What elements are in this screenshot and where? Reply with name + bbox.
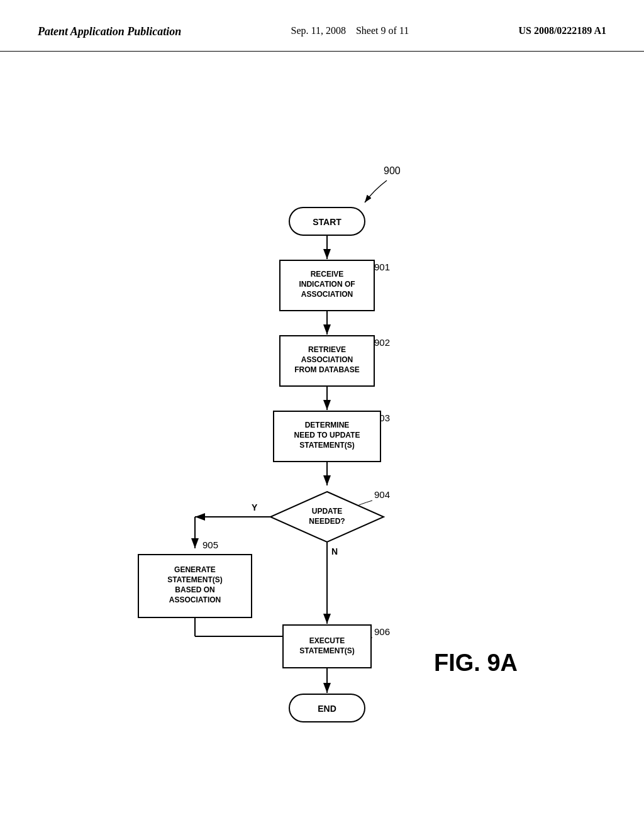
flowchart-svg: 900 START 901 RECEIVE INDICATION OF ASSO… bbox=[0, 52, 644, 825]
node-901-label-2: INDICATION OF bbox=[299, 280, 355, 289]
node-902-label-1: RETRIEVE bbox=[308, 345, 346, 354]
node-904-label-2: NEEDED? bbox=[309, 517, 345, 526]
start-label: START bbox=[313, 217, 341, 227]
node-905-label-4: ASSOCIATION bbox=[169, 595, 221, 604]
patent-number: US 2008/0222189 A1 bbox=[518, 25, 606, 36]
diagram-area: 900 START 901 RECEIVE INDICATION OF ASSO… bbox=[0, 52, 644, 825]
node-906-label-1: EXECUTE bbox=[309, 636, 345, 645]
sheet-info: Sheet 9 of 11 bbox=[356, 25, 409, 36]
date-sheet: Sep. 11, 2008 Sheet 9 of 11 bbox=[291, 25, 409, 36]
page-header: Patent Application Publication Sep. 11, … bbox=[0, 0, 644, 52]
node-901-label-1: RECEIVE bbox=[311, 270, 344, 279]
node-905-label-2: STATEMENT(S) bbox=[167, 575, 223, 584]
publication-date: Sep. 11, 2008 bbox=[291, 25, 346, 36]
node-903-label-3: STATEMENT(S) bbox=[299, 441, 355, 450]
ref-900: 900 bbox=[384, 165, 401, 176]
publication-title: Patent Application Publication bbox=[38, 25, 181, 38]
end-label: END bbox=[318, 704, 336, 714]
node-902-label-3: FROM DATABASE bbox=[294, 365, 360, 374]
ref-905: 905 bbox=[203, 540, 218, 550]
node-904-label-1: UPDATE bbox=[312, 507, 342, 516]
node-902-label-2: ASSOCIATION bbox=[301, 355, 353, 364]
no-label: N bbox=[331, 546, 338, 556]
figure-label: FIG. 9A bbox=[434, 650, 518, 676]
ref-904: 904 bbox=[374, 489, 390, 500]
node-903-label-1: DETERMINE bbox=[305, 421, 350, 429]
ref-906: 906 bbox=[374, 626, 390, 637]
ref-arrow bbox=[365, 180, 387, 202]
ref-902: 902 bbox=[374, 337, 390, 348]
node-905-label-1: GENERATE bbox=[174, 565, 216, 574]
node-901-label-3: ASSOCIATION bbox=[301, 290, 353, 299]
yes-label: Y bbox=[252, 502, 258, 512]
node-906-label-2: STATEMENT(S) bbox=[299, 646, 355, 655]
node-905-label-3: BASED ON bbox=[175, 585, 214, 594]
node-903-label-2: NEED TO UPDATE bbox=[294, 431, 360, 440]
ref-901: 901 bbox=[374, 262, 390, 272]
